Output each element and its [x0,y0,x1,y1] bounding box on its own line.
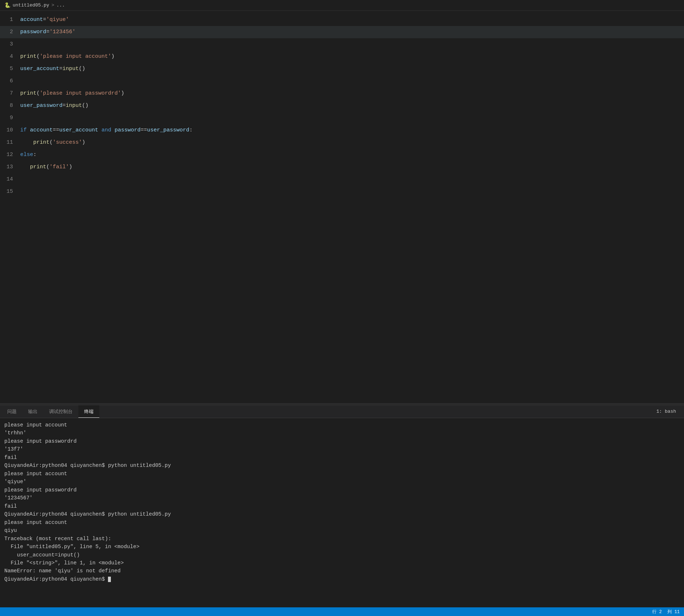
token-plain: == [53,127,59,133]
line-number: 9 [0,112,19,124]
terminal-line: fail [4,502,680,510]
line-number: 6 [0,75,19,87]
token-fn: print [20,53,36,60]
code-line-9: 9 [0,112,684,124]
tabs-left: 问题输出调试控制台终端 [1,405,99,418]
token-fn: input [66,103,82,109]
line-content: print('please input account') [19,51,684,63]
code-line-3: 3 [0,38,684,51]
token-fn: print [20,90,36,96]
token-var: account [20,17,43,23]
code-line-8: 8user_password=input() [0,100,684,112]
line-number: 1 [0,14,19,26]
token-plain [20,139,33,146]
token-plain [111,127,114,133]
terminal-cursor [108,577,111,582]
token-fn: input [62,66,79,72]
token-plain: = [59,66,62,72]
line-content: print('please input passwordrd') [19,87,684,100]
token-plain: ) [121,90,124,96]
terminal-line: QiuyandeAir:python04 qiuyanchen$ [4,575,680,583]
token-str: '123456' [49,29,75,35]
token-var: password [20,29,46,35]
terminal-line: QiuyandeAir:python04 qiuyanchen$ python … [4,461,680,469]
token-fn: print [33,139,49,146]
line-number: 8 [0,100,19,112]
terminal-line: Traceback (most recent call last): [4,535,680,543]
token-str: 'fail' [49,164,69,170]
status-line: 行 2 [652,609,662,615]
line-content: user_account=input() [19,63,684,75]
terminal-line: please input passwordrd [4,486,680,494]
token-plain: ( [36,53,40,60]
line-number: 13 [0,161,19,173]
terminal-content[interactable]: please input account'trhhn'please input … [0,418,684,607]
token-plain [20,164,30,170]
token-var: user_password [147,127,189,133]
tab-bar: 问题输出调试控制台终端 1: bash [0,405,684,418]
terminal-line: File "<string>", line 1, in <module> [4,559,680,567]
python-icon: 🐍 [4,2,10,8]
token-var: account [30,127,53,133]
line-content: if account==user_account and password==u… [19,124,684,136]
token-op: and [101,127,111,133]
titlebar: 🐍 untitled05.py > ... [0,0,684,11]
line-content: else: [19,149,684,161]
tab-problems[interactable]: 问题 [1,405,22,418]
line-number: 3 [0,38,19,51]
code-line-5: 5user_account=input() [0,63,684,75]
code-line-14: 14 [0,173,684,186]
token-plain: ) [82,139,85,146]
line-number: 4 [0,51,19,63]
tab-active-underline [84,417,94,418]
terminal-line: 'qiyue' [4,478,680,486]
token-plain: () [79,66,85,72]
terminal-line: '1234567' [4,494,680,502]
line-number: 11 [0,136,19,149]
line-content: account='qiyue' [19,14,684,26]
breadcrumb: ... [56,3,65,8]
tab-terminal[interactable]: 终端 [78,405,99,418]
code-line-15: 15 [0,186,684,198]
token-plain: = [62,103,66,109]
editor: 1account='qiyue'2password='123456'34prin… [0,11,684,403]
code-line-13: 13 print('fail') [0,161,684,173]
tab-debug-console[interactable]: 调试控制台 [43,405,78,418]
token-var: user_password [20,103,62,109]
line-content: print('fail') [19,161,684,173]
line-content: print('success') [19,136,684,149]
terminal-line: please input account [4,470,680,478]
token-kw: else [20,152,33,158]
token-plain [27,127,30,133]
terminal-line: please input account [4,519,680,526]
token-plain: () [82,103,88,109]
line-number: 7 [0,87,19,100]
token-plain: = [43,17,46,23]
line-content: user_password=input() [19,100,684,112]
code-line-10: 10if account==user_account and password=… [0,124,684,136]
token-plain: ( [36,90,40,96]
code-line-6: 6 [0,75,684,87]
terminal-line: NameError: name 'qiyu' is not defined [4,567,680,575]
token-str: 'success' [53,139,82,146]
code-line-2: 2password='123456' [0,26,684,38]
token-var: user_account [20,66,59,72]
terminal-line: please input passwordrd [4,437,680,445]
code-line-1: 1account='qiyue' [0,14,684,26]
terminal-line: 'trhhn' [4,429,680,437]
token-kw: if [20,127,27,133]
line-number: 10 [0,124,19,136]
terminal-line: qiyu [4,526,680,534]
line-content: password='123456' [19,26,684,38]
terminal-line: File "untitled05.py", line 5, in <module… [4,543,680,551]
status-bar: 行 2 列 11 [0,607,684,616]
bottom-panel: 问题输出调试控制台终端 1: bash please input account… [0,405,684,607]
line-number: 15 [0,186,19,198]
path-separator: > [51,3,54,8]
tab-output[interactable]: 输出 [22,405,43,418]
token-plain: : [33,152,36,158]
token-var: password [114,127,140,133]
token-var: user_account [59,127,98,133]
code-area[interactable]: 1account='qiyue'2password='123456'34prin… [0,11,684,403]
code-line-11: 11 print('success') [0,136,684,149]
